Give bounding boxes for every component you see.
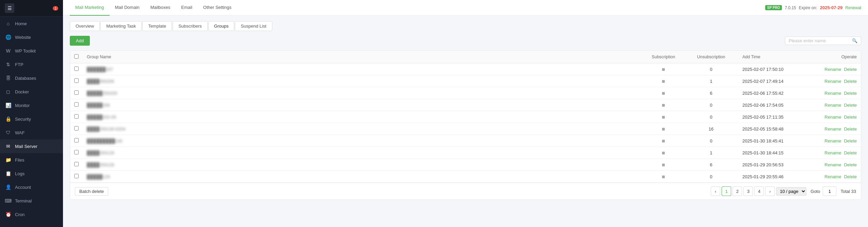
group-name-link[interactable]: ██████207 (87, 67, 113, 72)
rename-link[interactable]: Rename (824, 91, 841, 96)
per-page-select[interactable]: 10 / page 20 / page 50 / page (776, 187, 806, 196)
group-name-link[interactable]: █████202-05 (87, 115, 116, 120)
group-name-link[interactable]: ████250130-0204 (87, 126, 125, 132)
sidebar-item-docker[interactable]: ◻ Docker (0, 85, 63, 99)
group-name-link[interactable]: █████████130 (87, 138, 123, 143)
tab-other-settings[interactable]: Other Settings (198, 0, 237, 16)
group-name-cell: ████050206 (83, 75, 643, 87)
sub-tab-template[interactable]: Template (142, 21, 172, 31)
sub-tab-overview[interactable]: Overview (70, 21, 100, 31)
delete-link[interactable]: Delete (844, 138, 857, 143)
row-checkbox[interactable] (74, 102, 79, 107)
row-checkbox[interactable] (74, 138, 79, 142)
sidebar-item-databases[interactable]: 🗄 Databases (0, 71, 63, 85)
rename-link[interactable]: Rename (824, 138, 841, 143)
row-checkbox[interactable] (74, 114, 79, 119)
tab-mail-domain[interactable]: Mail Domain (110, 0, 145, 16)
row-checkbox[interactable] (74, 90, 79, 95)
subscription-cell (643, 123, 684, 135)
delete-link[interactable]: Delete (844, 67, 857, 72)
table-row: ████050206 1 2025-02-07 17:49:14 Rename … (70, 75, 861, 87)
delete-link[interactable]: Delete (844, 162, 857, 167)
row-checkbox[interactable] (74, 174, 79, 178)
rename-link[interactable]: Rename (824, 79, 841, 84)
rename-link[interactable]: Rename (824, 115, 841, 120)
tab-email[interactable]: Email (176, 0, 198, 16)
select-all-checkbox[interactable] (74, 54, 79, 59)
databases-icon: 🗄 (5, 75, 12, 81)
sidebar-item-mail-server[interactable]: ✉ Mail Server (0, 139, 63, 153)
renewal-link[interactable]: Renewal (845, 5, 861, 10)
group-name-link[interactable]: ████050206 (87, 79, 114, 84)
goto-input[interactable] (823, 186, 836, 196)
group-name-link[interactable]: ████250129 (87, 150, 114, 155)
pagination-page-3[interactable]: 3 (743, 186, 753, 196)
group-name-link[interactable]: ████250128 (87, 162, 114, 167)
row-checkbox-cell (70, 111, 83, 123)
rename-link[interactable]: Rename (824, 67, 841, 72)
sidebar-item-files[interactable]: 📁 Files (0, 153, 63, 167)
col-header-unsubscription: Unsubscription (684, 51, 738, 63)
sidebar-item-label: Mail Server (15, 144, 37, 149)
sidebar-item-cron[interactable]: ⏰ Cron (0, 208, 63, 221)
row-checkbox[interactable] (74, 126, 79, 131)
sidebar-item-waf[interactable]: 🛡 WAF (0, 126, 63, 139)
delete-link[interactable]: Delete (844, 115, 857, 120)
delete-link[interactable]: Delete (844, 103, 857, 108)
tab-mailboxes[interactable]: Mailboxes (145, 0, 176, 16)
pagination-prev[interactable]: ‹ (711, 186, 720, 196)
row-checkbox[interactable] (74, 162, 79, 166)
delete-link[interactable]: Delete (844, 91, 857, 96)
batch-delete-button[interactable]: Batch delete (75, 187, 108, 196)
tab-mail-marketing[interactable]: Mail Marketing (70, 0, 110, 16)
delete-link[interactable]: Delete (844, 174, 857, 179)
subscription-icon (662, 152, 665, 154)
sub-tab-groups[interactable]: Groups (208, 21, 235, 31)
sidebar-item-logs[interactable]: 📋 Logs (0, 167, 63, 180)
home-icon: ⌂ (5, 20, 12, 27)
row-checkbox[interactable] (74, 150, 79, 154)
group-name-link[interactable]: █████129 (87, 174, 110, 179)
group-name-cell: █████202-05 (83, 111, 643, 123)
rename-link[interactable]: Rename (824, 174, 841, 179)
sidebar-item-home[interactable]: ⌂ Home (0, 17, 63, 30)
group-name-cell: █████206 (83, 99, 643, 111)
rename-link[interactable]: Rename (824, 103, 841, 108)
delete-link[interactable]: Delete (844, 126, 857, 132)
rename-link[interactable]: Rename (824, 162, 841, 167)
subscription-icon (662, 104, 665, 107)
unsubscription-cell: 6 (684, 159, 738, 171)
sidebar-item-website[interactable]: 🌐 Website (0, 30, 63, 44)
sidebar-item-terminal[interactable]: ⌨ Terminal (0, 194, 63, 208)
row-checkbox-cell (70, 147, 83, 159)
delete-link[interactable]: Delete (844, 79, 857, 84)
subscription-cell (643, 111, 684, 123)
rename-link[interactable]: Rename (824, 126, 841, 132)
sidebar-item-ftp[interactable]: ⇅ FTP (0, 58, 63, 71)
sub-tab-subscribers[interactable]: Subscribers (173, 21, 208, 31)
pagination-page-1[interactable]: 1 (722, 186, 731, 196)
col-header-subscription: Subscription (643, 51, 684, 63)
total-label: Total 33 (840, 189, 856, 194)
sidebar-item-monitor[interactable]: 📊 Monitor (0, 99, 63, 112)
rename-link[interactable]: Rename (824, 150, 841, 155)
unsubscription-cell: 16 (684, 123, 738, 135)
delete-link[interactable]: Delete (844, 150, 857, 155)
sidebar-item-account[interactable]: 👤 Account (0, 180, 63, 194)
add-button[interactable]: Add (70, 36, 90, 46)
unsubscription-cell: 0 (684, 111, 738, 123)
group-name-link[interactable]: █████206 (87, 103, 110, 108)
group-name-link[interactable]: █████250205 (87, 91, 117, 96)
search-input[interactable] (789, 38, 850, 43)
pagination-page-2[interactable]: 2 (733, 186, 742, 196)
pagination-next[interactable]: › (765, 186, 775, 196)
group-name-cell: ████250128 (83, 159, 643, 171)
sub-tab-marketing-task[interactable]: Marketing Task (100, 21, 142, 31)
row-checkbox[interactable] (74, 78, 79, 83)
subscription-icon (662, 116, 665, 119)
row-checkbox[interactable] (74, 66, 79, 71)
sub-tab-suspend-list[interactable]: Suspend List (235, 21, 272, 31)
pagination-page-4[interactable]: 4 (754, 186, 764, 196)
sidebar-item-security[interactable]: 🔒 Security (0, 112, 63, 126)
sidebar-item-wp-toolkit[interactable]: W WP Toolkit (0, 44, 63, 58)
